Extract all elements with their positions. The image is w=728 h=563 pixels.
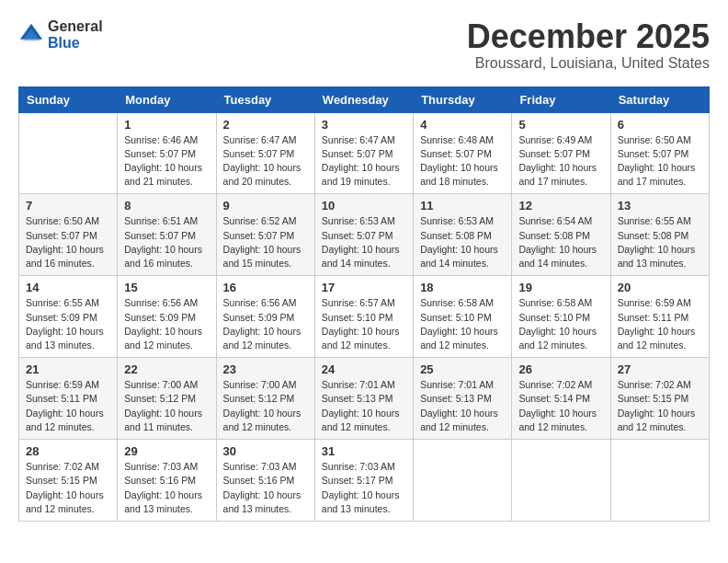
calendar-cell: 7Sunrise: 6:50 AM Sunset: 5:07 PM Daylig…: [19, 194, 118, 276]
calendar-header-row: SundayMondayTuesdayWednesdayThursdayFrid…: [19, 86, 710, 112]
day-info: Sunrise: 7:00 AM Sunset: 5:12 PM Dayligh…: [124, 378, 209, 434]
calendar-header-monday: Monday: [118, 86, 216, 112]
day-info: Sunrise: 6:53 AM Sunset: 5:07 PM Dayligh…: [322, 214, 406, 270]
calendar-cell: [512, 440, 610, 522]
calendar-cell: 15Sunrise: 6:56 AM Sunset: 5:09 PM Dayli…: [118, 276, 216, 358]
calendar-cell: 25Sunrise: 7:01 AM Sunset: 5:13 PM Dayli…: [414, 358, 512, 440]
day-number: 28: [26, 444, 110, 458]
calendar-cell: 29Sunrise: 7:03 AM Sunset: 5:16 PM Dayli…: [118, 440, 216, 522]
day-info: Sunrise: 7:01 AM Sunset: 5:13 PM Dayligh…: [322, 378, 406, 434]
calendar-week-row: 21Sunrise: 6:59 AM Sunset: 5:11 PM Dayli…: [19, 358, 710, 440]
logo-text: General Blue: [48, 18, 103, 51]
day-info: Sunrise: 7:02 AM Sunset: 5:15 PM Dayligh…: [26, 460, 110, 516]
logo-icon: [18, 22, 44, 48]
day-number: 7: [26, 199, 110, 213]
calendar-cell: [19, 112, 118, 194]
calendar-cell: 14Sunrise: 6:55 AM Sunset: 5:09 PM Dayli…: [19, 276, 118, 358]
day-info: Sunrise: 7:01 AM Sunset: 5:13 PM Dayligh…: [420, 378, 505, 434]
calendar-week-row: 14Sunrise: 6:55 AM Sunset: 5:09 PM Dayli…: [19, 276, 710, 358]
day-info: Sunrise: 6:50 AM Sunset: 5:07 PM Dayligh…: [26, 214, 110, 270]
day-number: 21: [26, 362, 110, 376]
day-info: Sunrise: 6:49 AM Sunset: 5:07 PM Dayligh…: [518, 133, 603, 190]
calendar-cell: 18Sunrise: 6:58 AM Sunset: 5:10 PM Dayli…: [414, 276, 512, 358]
day-number: 19: [518, 281, 603, 294]
calendar-cell: 6Sunrise: 6:50 AM Sunset: 5:07 PM Daylig…: [610, 112, 709, 194]
day-number: 13: [618, 199, 702, 213]
day-number: 26: [518, 362, 603, 376]
calendar-cell: 12Sunrise: 6:54 AM Sunset: 5:08 PM Dayli…: [512, 194, 610, 276]
calendar-cell: 13Sunrise: 6:55 AM Sunset: 5:08 PM Dayli…: [610, 194, 709, 276]
day-number: 10: [322, 199, 406, 213]
day-info: Sunrise: 6:47 AM Sunset: 5:07 PM Dayligh…: [223, 133, 308, 190]
calendar-cell: [414, 440, 512, 522]
calendar-header-wednesday: Wednesday: [314, 86, 413, 112]
day-info: Sunrise: 6:51 AM Sunset: 5:07 PM Dayligh…: [124, 214, 209, 270]
calendar-cell: 31Sunrise: 7:03 AM Sunset: 5:17 PM Dayli…: [314, 440, 413, 522]
logo-blue-text: Blue: [48, 35, 103, 52]
day-number: 18: [420, 281, 505, 294]
calendar-header-saturday: Saturday: [610, 86, 709, 112]
day-info: Sunrise: 6:58 AM Sunset: 5:10 PM Dayligh…: [518, 296, 603, 352]
day-info: Sunrise: 6:59 AM Sunset: 5:11 PM Dayligh…: [26, 378, 110, 434]
calendar-cell: 11Sunrise: 6:53 AM Sunset: 5:08 PM Dayli…: [414, 194, 512, 276]
calendar-cell: 10Sunrise: 6:53 AM Sunset: 5:07 PM Dayli…: [314, 194, 413, 276]
day-number: 3: [322, 118, 406, 132]
calendar-cell: 16Sunrise: 6:56 AM Sunset: 5:09 PM Dayli…: [216, 276, 314, 358]
calendar-cell: 2Sunrise: 6:47 AM Sunset: 5:07 PM Daylig…: [216, 112, 314, 194]
day-number: 5: [518, 118, 603, 132]
calendar-cell: 8Sunrise: 6:51 AM Sunset: 5:07 PM Daylig…: [118, 194, 216, 276]
day-info: Sunrise: 6:56 AM Sunset: 5:09 PM Dayligh…: [124, 296, 209, 352]
day-info: Sunrise: 6:56 AM Sunset: 5:09 PM Dayligh…: [223, 296, 308, 352]
day-number: 17: [322, 281, 406, 294]
day-info: Sunrise: 6:55 AM Sunset: 5:09 PM Dayligh…: [26, 296, 110, 352]
day-info: Sunrise: 6:46 AM Sunset: 5:07 PM Dayligh…: [124, 133, 209, 190]
page-header: General Blue December 2025 Broussard, Lo…: [18, 18, 710, 72]
day-info: Sunrise: 6:59 AM Sunset: 5:11 PM Dayligh…: [618, 296, 702, 352]
day-info: Sunrise: 7:00 AM Sunset: 5:12 PM Dayligh…: [223, 378, 308, 434]
calendar-header-tuesday: Tuesday: [216, 86, 314, 112]
calendar-cell: 3Sunrise: 6:47 AM Sunset: 5:07 PM Daylig…: [314, 112, 413, 194]
calendar-table: SundayMondayTuesdayWednesdayThursdayFrid…: [18, 86, 710, 522]
day-info: Sunrise: 6:47 AM Sunset: 5:07 PM Dayligh…: [322, 133, 406, 190]
day-info: Sunrise: 6:58 AM Sunset: 5:10 PM Dayligh…: [420, 296, 505, 352]
day-number: 1: [124, 118, 209, 132]
calendar-cell: 1Sunrise: 6:46 AM Sunset: 5:07 PM Daylig…: [118, 112, 216, 194]
day-number: 11: [420, 199, 505, 213]
day-info: Sunrise: 7:03 AM Sunset: 5:16 PM Dayligh…: [124, 460, 209, 516]
calendar-cell: 28Sunrise: 7:02 AM Sunset: 5:15 PM Dayli…: [19, 440, 118, 522]
day-info: Sunrise: 6:54 AM Sunset: 5:08 PM Dayligh…: [518, 214, 603, 270]
day-info: Sunrise: 6:55 AM Sunset: 5:08 PM Dayligh…: [618, 214, 702, 270]
day-number: 29: [124, 444, 209, 458]
calendar-cell: 23Sunrise: 7:00 AM Sunset: 5:12 PM Dayli…: [216, 358, 314, 440]
calendar-week-row: 1Sunrise: 6:46 AM Sunset: 5:07 PM Daylig…: [19, 112, 710, 194]
day-number: 12: [518, 199, 603, 213]
day-info: Sunrise: 6:57 AM Sunset: 5:10 PM Dayligh…: [322, 296, 406, 352]
calendar-cell: 30Sunrise: 7:03 AM Sunset: 5:16 PM Dayli…: [216, 440, 314, 522]
day-number: 20: [618, 281, 702, 294]
calendar-cell: 9Sunrise: 6:52 AM Sunset: 5:07 PM Daylig…: [216, 194, 314, 276]
calendar-header-friday: Friday: [512, 86, 610, 112]
logo-general-text: General: [48, 18, 103, 35]
day-info: Sunrise: 6:50 AM Sunset: 5:07 PM Dayligh…: [618, 133, 702, 190]
calendar-week-row: 7Sunrise: 6:50 AM Sunset: 5:07 PM Daylig…: [19, 194, 710, 276]
day-number: 6: [618, 118, 702, 132]
day-number: 4: [420, 118, 505, 132]
day-number: 30: [223, 444, 308, 458]
logo: General Blue: [18, 18, 103, 51]
calendar-cell: 27Sunrise: 7:02 AM Sunset: 5:15 PM Dayli…: [610, 358, 709, 440]
day-number: 27: [618, 362, 702, 376]
day-number: 24: [322, 362, 406, 376]
day-number: 31: [322, 444, 406, 458]
day-number: 8: [124, 199, 209, 213]
location-text: Broussard, Louisiana, United States: [467, 55, 710, 72]
day-info: Sunrise: 6:52 AM Sunset: 5:07 PM Dayligh…: [223, 214, 308, 270]
calendar-cell: 17Sunrise: 6:57 AM Sunset: 5:10 PM Dayli…: [314, 276, 413, 358]
calendar-cell: 26Sunrise: 7:02 AM Sunset: 5:14 PM Dayli…: [512, 358, 610, 440]
day-info: Sunrise: 6:48 AM Sunset: 5:07 PM Dayligh…: [420, 133, 505, 190]
day-number: 14: [26, 281, 110, 294]
calendar-cell: 19Sunrise: 6:58 AM Sunset: 5:10 PM Dayli…: [512, 276, 610, 358]
calendar-cell: 24Sunrise: 7:01 AM Sunset: 5:13 PM Dayli…: [314, 358, 413, 440]
month-title: December 2025: [467, 18, 710, 55]
day-number: 2: [223, 118, 308, 132]
day-number: 25: [420, 362, 505, 376]
